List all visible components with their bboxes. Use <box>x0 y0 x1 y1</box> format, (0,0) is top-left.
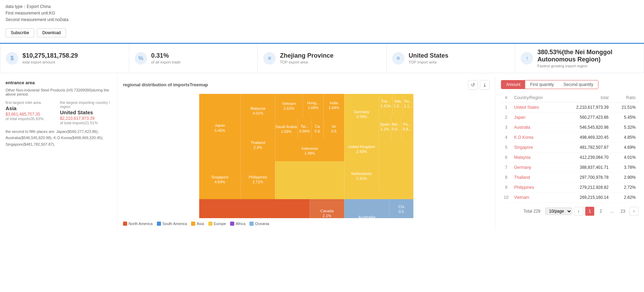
inlet-region-pct: of total imports35.63%: <box>6 117 57 121</box>
kpi-icon-kpi3: ≡ <box>263 52 276 65</box>
tab-bar: AmountFirst quantitySecond quantity <box>501 80 598 89</box>
center-title: regional distribution of importsTreemap … <box>123 80 490 90</box>
col-header-0: # <box>501 93 511 103</box>
table-row: 10 Vietnam 269,215,160.14 2.62% <box>501 192 638 202</box>
kpi-label-kpi4: TOP import area <box>409 60 448 64</box>
subscribe-button[interactable]: Subscribe <box>6 28 34 37</box>
kpi-value-kpi3: Zhejiang Province <box>280 52 333 59</box>
pagination-page-2[interactable]: 2 <box>596 207 605 216</box>
pagination: Total 229 10/page 20/page 50/page ‹ 1 2 … <box>501 207 638 216</box>
legend-dot-5 <box>249 222 254 226</box>
pagination-page-last[interactable]: 23 <box>618 207 627 216</box>
legend: North AmericaSouth AmericaAsiaEuropeAfri… <box>123 222 490 226</box>
treemap-container: Japan 5.45% Malaysia 4.01% Vietnam 2.62%… <box>123 94 490 218</box>
treemap-pct-hk: 1.69% <box>308 106 319 110</box>
legend-item-2: Asia <box>191 222 204 226</box>
treemap-label-uk: United Kingdom <box>348 145 375 149</box>
kpi-text-kpi5: 380.53%(the Nei Monggol Autonomous Regio… <box>537 49 638 68</box>
tab-amount[interactable]: Amount <box>501 80 525 89</box>
treemap-pct-thailand: 2.9% <box>254 145 262 149</box>
cell-ratio-2: 5.32% <box>611 122 638 132</box>
treemap-cell-us <box>199 199 310 218</box>
tab-first-quantity[interactable]: First quantity <box>525 80 559 89</box>
treemap-pct-india: 1.84% <box>329 106 339 110</box>
cell-country-0[interactable]: United States <box>511 102 559 112</box>
kpi-label-kpi1: total export amount <box>22 60 78 64</box>
cell-ratio-8: 2.72% <box>611 182 638 192</box>
treemap-label-italy: Italy <box>394 99 401 103</box>
legend-label-4: Africa <box>236 222 245 226</box>
legend-dot-0 <box>123 222 127 226</box>
legend-dot-1 <box>157 222 161 226</box>
kpi-card-kpi5: ↑ 380.53%(the Nei Monggol Autonomous Reg… <box>515 44 644 73</box>
pagination-page-1[interactable]: 1 <box>585 207 594 216</box>
treemap-pct-belgium: 0.9... <box>392 127 400 131</box>
inlet-grid: first largest inlet area Asia $3,661,485… <box>6 100 112 125</box>
table-row: 7 Germany 388,837,401.71 3.78% <box>501 162 638 172</box>
cell-country-3[interactable]: K.O.Korea <box>511 132 559 142</box>
legend-item-0: North America <box>123 222 153 226</box>
kpi-value-kpi1: $10,275,181,758.29 <box>22 52 78 59</box>
inlet-region-label: first largest inlet area <box>6 100 57 105</box>
inlet-country: the largest importing country / region U… <box>60 100 112 125</box>
col-header-2: total <box>559 93 612 103</box>
cell-country-1[interactable]: Japan <box>511 112 559 122</box>
export-button[interactable]: ⤓ <box>480 80 490 90</box>
treemap-pct-vietnam: 2.62% <box>284 106 294 110</box>
col-header-3: Ratio <box>611 93 638 103</box>
treemap-label-india: India <box>330 101 339 105</box>
cell-ratio-9: 2.62% <box>611 192 638 202</box>
cell-country-8[interactable]: Philippines <box>511 182 559 192</box>
cell-total-0: 2,210,617,973.39 <box>559 102 612 112</box>
kpi-icon-kpi4: ≡ <box>392 52 405 65</box>
kpi-text-kpi2: 0.31% of all export trade <box>151 52 181 64</box>
table-row: 6 Malaysia 412,239,084.70 4.01% <box>501 152 638 162</box>
table-header: #Country/RegiontotalRatio <box>501 93 638 103</box>
cell-ratio-3: 4.85% <box>611 132 638 142</box>
treemap-label-france: Fra... <box>381 99 390 103</box>
cell-country-6[interactable]: Germany <box>511 162 559 172</box>
treemap-label-japan: Japan <box>215 123 225 127</box>
inlet-region-value: Asia <box>6 105 57 111</box>
cell-rank-3: 4 <box>501 132 511 142</box>
kpi-label-kpi5: Fastest growing export region <box>537 64 638 68</box>
treemap-label-russia: Ru... <box>404 99 412 103</box>
inlet-region: first largest inlet area Asia $3,661,485… <box>6 100 57 125</box>
cell-total-7: 297,700,978.78 <box>559 172 612 182</box>
treemap-label-israel: Isr <box>332 124 336 128</box>
pagination-prev[interactable]: ‹ <box>574 207 583 216</box>
inlet-country-amount: $2,210,617,973.39 <box>60 116 112 121</box>
treemap-cell-poland <box>401 115 414 139</box>
pagination-per-page[interactable]: 10/page 20/page 50/page <box>545 207 572 215</box>
kpi-label-kpi3: TOP export area <box>280 60 333 64</box>
table-row: 1 United States 2,210,617,973.39 21.51% <box>501 102 638 112</box>
kpi-card-kpi1: $ $10,275,181,758.29 total export amount <box>0 44 129 73</box>
table-row: 4 K.O.Korea 498,469,320.45 4.85% <box>501 132 638 142</box>
treemap-cell-belgium <box>391 115 401 139</box>
pagination-next[interactable]: › <box>629 207 638 216</box>
cell-country-5[interactable]: Malaysia <box>511 152 559 162</box>
treemap-pct-france: 1.41% <box>380 104 391 108</box>
cell-country-4[interactable]: Singapore <box>511 142 559 152</box>
cell-country-9[interactable]: Vietnam <box>511 192 559 202</box>
legend-label-5: Oceania <box>255 222 269 226</box>
col-header-1: Country/Region <box>511 93 559 103</box>
center-actions: ↺ ⤓ <box>468 80 490 90</box>
treemap-label-poland: Po... <box>403 122 411 126</box>
cell-rank-9: 10 <box>501 192 511 202</box>
download-button[interactable]: Download <box>37 28 66 37</box>
treemap-pct-cambodia: 0.6 <box>315 129 320 133</box>
treemap-label-germany: Germany <box>354 110 370 114</box>
cell-country-7[interactable]: Thailand <box>511 172 559 182</box>
table-header-row: #Country/RegiontotalRatio <box>501 93 638 103</box>
cell-rank-1: 2 <box>501 112 511 122</box>
cell-ratio-1: 5.45% <box>611 112 638 122</box>
cell-rank-7: 8 <box>501 172 511 182</box>
treemap-pct-italy: 1.2... <box>394 104 402 108</box>
kpi-text-kpi4: United States TOP import area <box>409 52 448 64</box>
tab-second-quantity[interactable]: Second quantity <box>559 80 598 89</box>
kpi-value-kpi4: United States <box>409 52 448 59</box>
cell-country-2[interactable]: Australia <box>511 122 559 132</box>
refresh-button[interactable]: ↺ <box>468 80 478 90</box>
treemap-svg: Japan 5.45% Malaysia 4.01% Vietnam 2.62%… <box>123 94 490 218</box>
